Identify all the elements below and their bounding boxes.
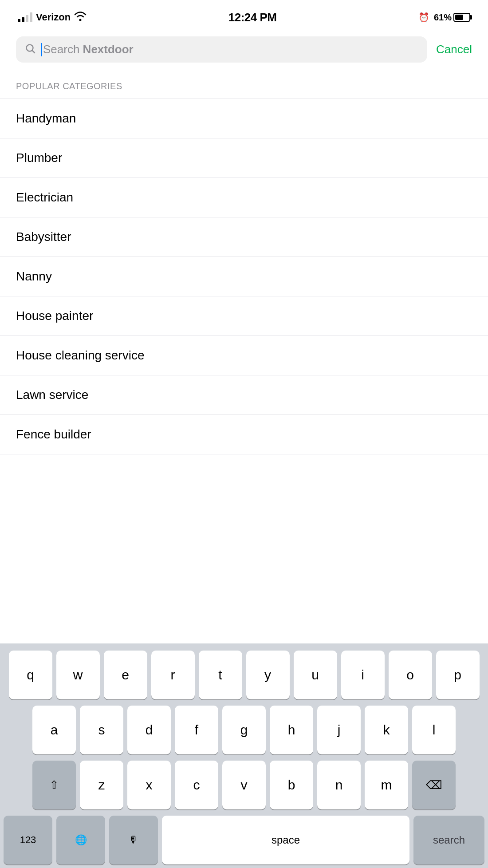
numbers-key[interactable]: 123 <box>4 816 52 864</box>
battery-fill <box>455 15 463 20</box>
key-x[interactable]: x <box>127 761 171 809</box>
key-r[interactable]: r <box>151 651 195 699</box>
keyboard: q w e r t y u i o p a s d f g h j k l ⇧ … <box>0 643 488 868</box>
key-z[interactable]: z <box>80 761 123 809</box>
categories-title: POPULAR CATEGORIES <box>16 81 472 91</box>
key-t[interactable]: t <box>199 651 242 699</box>
status-right: ⏰ 61% <box>418 12 470 23</box>
search-placeholder-normal: Search <box>43 43 83 56</box>
key-e[interactable]: e <box>104 651 147 699</box>
key-m[interactable]: m <box>365 761 408 809</box>
key-w[interactable]: w <box>56 651 100 699</box>
keyboard-row-4: 123 🌐 🎙 space search <box>4 816 484 864</box>
key-s[interactable]: s <box>80 706 123 754</box>
search-bar-container: Search Nextdoor Cancel <box>0 31 488 68</box>
keyboard-row-3: ⇧ z x c v b n m ⌫ <box>4 761 484 809</box>
key-j[interactable]: j <box>317 706 361 754</box>
category-item[interactable]: Babysitter <box>0 217 488 256</box>
dictation-key[interactable]: 🎙 <box>109 816 158 864</box>
text-cursor <box>41 43 42 56</box>
battery-percent: 61% <box>434 12 452 23</box>
category-item[interactable]: Plumber <box>0 138 488 178</box>
svg-line-1 <box>32 50 35 53</box>
space-key[interactable]: space <box>162 816 409 864</box>
keyboard-row-1: q w e r t y u i o p <box>4 651 484 699</box>
category-item[interactable]: Handyman <box>0 99 488 138</box>
signal-bars-icon <box>18 12 32 22</box>
key-y[interactable]: y <box>246 651 290 699</box>
shift-icon: ⇧ <box>49 778 59 792</box>
battery-icon <box>453 13 470 22</box>
category-item[interactable]: Nanny <box>0 256 488 296</box>
key-g[interactable]: g <box>222 706 266 754</box>
search-placeholder-bold: Nextdoor <box>83 43 134 56</box>
keyboard-row-2: a s d f g h j k l <box>4 706 484 754</box>
search-input[interactable]: Search Nextdoor <box>41 43 134 56</box>
alarm-icon: ⏰ <box>418 12 429 23</box>
key-h[interactable]: h <box>270 706 313 754</box>
category-item[interactable]: House cleaning service <box>0 335 488 375</box>
shift-key[interactable]: ⇧ <box>32 761 76 809</box>
backspace-key[interactable]: ⌫ <box>412 761 456 809</box>
category-item[interactable]: Fence builder <box>0 414 488 454</box>
globe-key[interactable]: 🌐 <box>56 816 105 864</box>
key-c[interactable]: c <box>175 761 218 809</box>
category-item[interactable]: Lawn service <box>0 375 488 414</box>
category-list: HandymanPlumberElectricianBabysitterNann… <box>0 99 488 454</box>
key-v[interactable]: v <box>222 761 266 809</box>
status-left: Verizon <box>18 11 87 24</box>
search-icon <box>25 43 35 56</box>
status-bar: Verizon 12:24 PM ⏰ 61% <box>0 0 488 31</box>
key-d[interactable]: d <box>127 706 171 754</box>
key-u[interactable]: u <box>294 651 337 699</box>
category-item[interactable]: House painter <box>0 296 488 335</box>
key-a[interactable]: a <box>32 706 76 754</box>
key-p[interactable]: p <box>436 651 480 699</box>
key-o[interactable]: o <box>389 651 432 699</box>
key-k[interactable]: k <box>365 706 408 754</box>
key-n[interactable]: n <box>317 761 361 809</box>
carrier-label: Verizon <box>36 12 71 23</box>
backspace-icon: ⌫ <box>426 778 442 792</box>
wifi-icon <box>74 11 87 24</box>
category-item[interactable]: Electrician <box>0 178 488 217</box>
battery-container: 61% <box>434 12 470 23</box>
key-q[interactable]: q <box>9 651 52 699</box>
categories-section: POPULAR CATEGORIES <box>0 68 488 99</box>
cancel-button[interactable]: Cancel <box>436 43 472 56</box>
key-l[interactable]: l <box>412 706 456 754</box>
search-placeholder-text: Search Nextdoor <box>43 43 134 56</box>
search-input-wrapper[interactable]: Search Nextdoor <box>16 36 427 63</box>
key-b[interactable]: b <box>270 761 313 809</box>
key-f[interactable]: f <box>175 706 218 754</box>
key-i[interactable]: i <box>341 651 385 699</box>
search-key[interactable]: search <box>413 816 484 864</box>
time-display: 12:24 PM <box>228 11 277 24</box>
